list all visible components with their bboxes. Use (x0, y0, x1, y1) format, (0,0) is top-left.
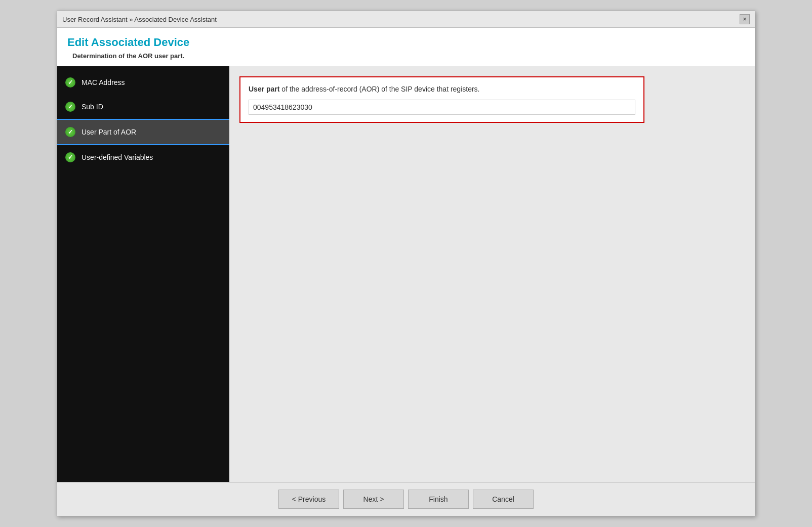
check-icon (65, 102, 75, 112)
check-icon (65, 127, 75, 137)
main-window: User Record Assistant » Associated Devic… (57, 11, 755, 516)
previous-button[interactable]: < Previous (278, 490, 339, 509)
sidebar-item-label: Sub ID (82, 103, 103, 111)
sidebar-item-user-part-of-aor[interactable]: User Part of AOR (57, 119, 229, 145)
field-description-bold: User part (249, 85, 279, 93)
title-bar-text: User Record Assistant » Associated Devic… (62, 16, 217, 23)
sidebar-item-sub-id[interactable]: Sub ID (57, 95, 229, 119)
sidebar-item-label: MAC Address (82, 78, 125, 86)
bottom-bar: < Previous Next > Finish Cancel (57, 482, 755, 516)
page-subtitle: Determination of the AOR user part. (67, 52, 745, 60)
aor-user-part-input[interactable] (249, 100, 635, 115)
field-description-rest: of the address-of-record (AOR) of the SI… (279, 85, 479, 93)
main-content: User part of the address-of-record (AOR)… (229, 66, 755, 482)
sidebar-item-mac-address[interactable]: MAC Address (57, 70, 229, 95)
content-area: MAC AddressSub IDUser Part of AORUser-de… (57, 66, 755, 482)
title-bar: User Record Assistant » Associated Devic… (57, 11, 755, 28)
sidebar: MAC AddressSub IDUser Part of AORUser-de… (57, 66, 229, 482)
sidebar-item-label: User-defined Variables (82, 153, 153, 161)
cancel-button[interactable]: Cancel (473, 490, 534, 509)
close-button[interactable]: × (740, 14, 750, 24)
close-icon: × (743, 16, 746, 23)
check-icon (65, 152, 75, 162)
page-title: Edit Associated Device (67, 36, 745, 49)
next-button[interactable]: Next > (343, 490, 404, 509)
header-section: Edit Associated Device Determination of … (57, 28, 755, 66)
finish-button[interactable]: Finish (408, 490, 469, 509)
check-icon (65, 77, 75, 87)
field-description: User part of the address-of-record (AOR)… (249, 84, 635, 95)
field-box: User part of the address-of-record (AOR)… (239, 76, 644, 123)
sidebar-item-user-defined-variables[interactable]: User-defined Variables (57, 145, 229, 169)
sidebar-item-label: User Part of AOR (82, 128, 136, 136)
